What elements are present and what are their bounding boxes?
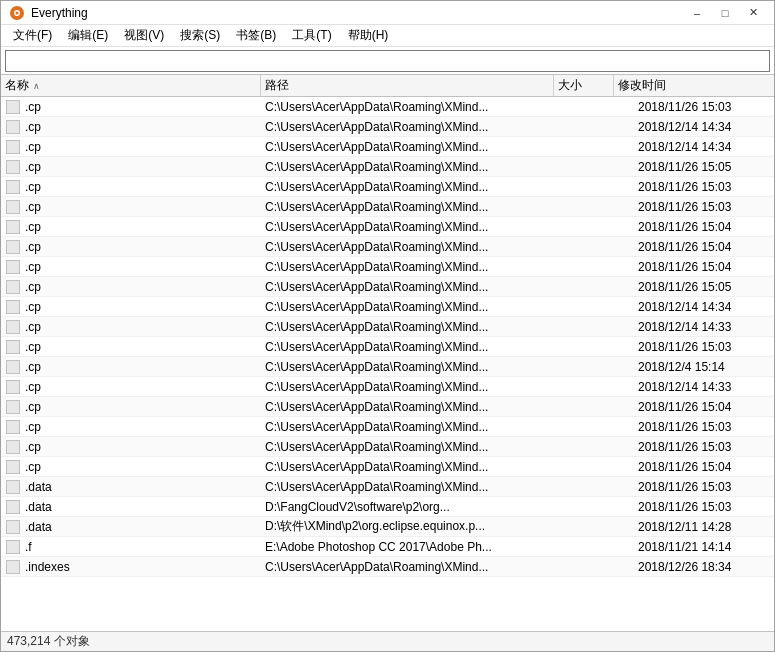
file-icon xyxy=(5,479,21,495)
file-name: .cp xyxy=(25,260,41,274)
table-row[interactable]: .cpC:\Users\Acer\AppData\Roaming\XMind..… xyxy=(1,417,774,437)
status-text: 473,214 个对象 xyxy=(7,633,90,650)
table-row[interactable]: .cpC:\Users\Acer\AppData\Roaming\XMind..… xyxy=(1,257,774,277)
file-modified-cell: 2018/11/26 15:03 xyxy=(634,477,774,496)
file-icon xyxy=(5,399,21,415)
header-name[interactable]: 名称 ∧ xyxy=(1,75,261,96)
menu-view[interactable]: 视图(V) xyxy=(116,25,172,46)
file-modified-cell: 2018/11/26 15:04 xyxy=(634,397,774,416)
table-row[interactable]: .cpC:\Users\Acer\AppData\Roaming\XMind..… xyxy=(1,337,774,357)
file-icon-img xyxy=(6,280,20,294)
table-row[interactable]: .cpC:\Users\Acer\AppData\Roaming\XMind..… xyxy=(1,297,774,317)
file-name-cell: .cp xyxy=(1,117,261,136)
file-icon-img xyxy=(6,140,20,154)
file-name: .cp xyxy=(25,300,41,314)
file-path-cell: C:\Users\Acer\AppData\Roaming\XMind... xyxy=(261,457,574,476)
file-name: .cp xyxy=(25,240,41,254)
file-size-cell xyxy=(574,217,634,236)
file-name: .indexes xyxy=(25,560,70,574)
file-size-cell xyxy=(574,417,634,436)
minimize-button[interactable]: – xyxy=(684,3,710,23)
file-size-cell xyxy=(574,557,634,576)
table-row[interactable]: .cpC:\Users\Acer\AppData\Roaming\XMind..… xyxy=(1,97,774,117)
file-icon xyxy=(5,359,21,375)
table-row[interactable]: .cpC:\Users\Acer\AppData\Roaming\XMind..… xyxy=(1,177,774,197)
file-name-cell: .cp xyxy=(1,457,261,476)
file-name-cell: .cp xyxy=(1,297,261,316)
file-modified-cell: 2018/11/26 15:05 xyxy=(634,157,774,176)
header-modified[interactable]: 修改时间 xyxy=(614,75,754,96)
file-path-cell: C:\Users\Acer\AppData\Roaming\XMind... xyxy=(261,377,574,396)
file-icon-img xyxy=(6,440,20,454)
table-row[interactable]: .cpC:\Users\Acer\AppData\Roaming\XMind..… xyxy=(1,397,774,417)
file-icon-img xyxy=(6,520,20,534)
file-size-cell xyxy=(574,237,634,256)
file-path-cell: C:\Users\Acer\AppData\Roaming\XMind... xyxy=(261,557,574,576)
file-icon xyxy=(5,299,21,315)
file-name-cell: .data xyxy=(1,517,261,536)
table-row[interactable]: .cpC:\Users\Acer\AppData\Roaming\XMind..… xyxy=(1,237,774,257)
table-row[interactable]: .indexesC:\Users\Acer\AppData\Roaming\XM… xyxy=(1,557,774,577)
file-path-cell: D:\软件\XMind\p2\org.eclipse.equinox.p... xyxy=(261,517,574,536)
file-path-cell: C:\Users\Acer\AppData\Roaming\XMind... xyxy=(261,317,574,336)
close-button[interactable]: ✕ xyxy=(740,3,766,23)
menu-file[interactable]: 文件(F) xyxy=(5,25,60,46)
file-icon-img xyxy=(6,380,20,394)
search-input[interactable] xyxy=(5,50,770,72)
menu-search[interactable]: 搜索(S) xyxy=(172,25,228,46)
file-modified-cell: 2018/11/26 15:03 xyxy=(634,337,774,356)
file-path-cell: C:\Users\Acer\AppData\Roaming\XMind... xyxy=(261,97,574,116)
header-path[interactable]: 路径 xyxy=(261,75,554,96)
file-name-cell: .cp xyxy=(1,177,261,196)
table-row[interactable]: .cpC:\Users\Acer\AppData\Roaming\XMind..… xyxy=(1,137,774,157)
menu-edit[interactable]: 编辑(E) xyxy=(60,25,116,46)
table-row[interactable]: .fE:\Adobe Photoshop CC 2017\Adobe Ph...… xyxy=(1,537,774,557)
menu-tools[interactable]: 工具(T) xyxy=(284,25,339,46)
table-row[interactable]: .cpC:\Users\Acer\AppData\Roaming\XMind..… xyxy=(1,437,774,457)
table-row[interactable]: .cpC:\Users\Acer\AppData\Roaming\XMind..… xyxy=(1,357,774,377)
table-row[interactable]: .cpC:\Users\Acer\AppData\Roaming\XMind..… xyxy=(1,457,774,477)
file-size-cell xyxy=(574,537,634,556)
search-bar xyxy=(1,47,774,75)
file-name-cell: .cp xyxy=(1,197,261,216)
file-name-cell: .cp xyxy=(1,437,261,456)
header-size[interactable]: 大小 xyxy=(554,75,614,96)
file-modified-cell: 2018/12/14 14:34 xyxy=(634,137,774,156)
table-row[interactable]: .cpC:\Users\Acer\AppData\Roaming\XMind..… xyxy=(1,377,774,397)
table-row[interactable]: .cpC:\Users\Acer\AppData\Roaming\XMind..… xyxy=(1,217,774,237)
file-icon-img xyxy=(6,560,20,574)
file-name: .cp xyxy=(25,100,41,114)
table-row[interactable]: .cpC:\Users\Acer\AppData\Roaming\XMind..… xyxy=(1,117,774,137)
menu-bookmark[interactable]: 书签(B) xyxy=(228,25,284,46)
file-name: .cp xyxy=(25,420,41,434)
file-modified-cell: 2018/11/26 15:05 xyxy=(634,277,774,296)
file-name-cell: .cp xyxy=(1,397,261,416)
file-name: .data xyxy=(25,520,52,534)
file-name-cell: .cp xyxy=(1,277,261,296)
maximize-button[interactable]: □ xyxy=(712,3,738,23)
file-modified-cell: 2018/12/14 14:34 xyxy=(634,297,774,316)
table-row[interactable]: .cpC:\Users\Acer\AppData\Roaming\XMind..… xyxy=(1,317,774,337)
file-path-cell: C:\Users\Acer\AppData\Roaming\XMind... xyxy=(261,337,574,356)
table-row[interactable]: .dataC:\Users\Acer\AppData\Roaming\XMind… xyxy=(1,477,774,497)
table-row[interactable]: .cpC:\Users\Acer\AppData\Roaming\XMind..… xyxy=(1,197,774,217)
file-name-cell: .indexes xyxy=(1,557,261,576)
file-size-cell xyxy=(574,317,634,336)
file-icon-img xyxy=(6,220,20,234)
table-row[interactable]: .cpC:\Users\Acer\AppData\Roaming\XMind..… xyxy=(1,277,774,297)
file-modified-cell: 2018/11/26 15:03 xyxy=(634,177,774,196)
file-icon xyxy=(5,499,21,515)
file-icon-img xyxy=(6,240,20,254)
table-row[interactable]: .dataD:\软件\XMind\p2\org.eclipse.equinox.… xyxy=(1,517,774,537)
file-name: .cp xyxy=(25,160,41,174)
menu-help[interactable]: 帮助(H) xyxy=(340,25,397,46)
table-row[interactable]: .dataD:\FangCloudV2\software\p2\org...20… xyxy=(1,497,774,517)
file-name: .cp xyxy=(25,460,41,474)
file-size-cell xyxy=(574,357,634,376)
file-modified-cell: 2018/11/21 14:14 xyxy=(634,537,774,556)
file-icon xyxy=(5,339,21,355)
list-rows[interactable]: .cpC:\Users\Acer\AppData\Roaming\XMind..… xyxy=(1,97,774,631)
table-row[interactable]: .cpC:\Users\Acer\AppData\Roaming\XMind..… xyxy=(1,157,774,177)
file-name: .cp xyxy=(25,340,41,354)
file-modified-cell: 2018/11/26 15:04 xyxy=(634,257,774,276)
